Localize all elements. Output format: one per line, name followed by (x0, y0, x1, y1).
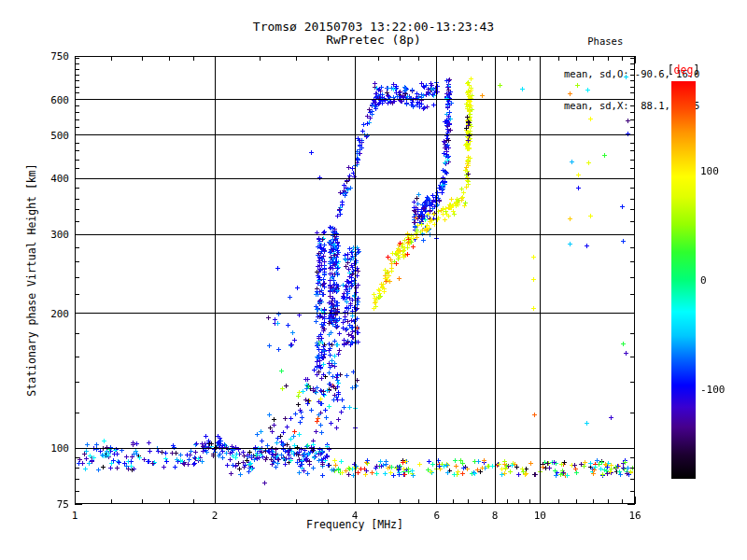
x-tick (495, 497, 496, 504)
y-tick (75, 80, 79, 81)
y-tick (630, 413, 635, 413)
y-tick (627, 313, 635, 314)
x-tick (142, 499, 143, 504)
x-tick-label: 4 (341, 510, 369, 522)
y-tick-label: 750 (26, 50, 69, 63)
ionogram-page: Tromsø 20150703 13:22:00-13:23:43 RwPret… (0, 0, 747, 560)
phase-stats-heading: Phases (564, 36, 699, 48)
y-tick (627, 234, 635, 235)
y-tick-label: 400 (26, 173, 69, 185)
y-axis-title: Stationary phase Virtual Height [km] (25, 163, 38, 396)
y-tick (630, 382, 635, 383)
x-tick (622, 56, 623, 61)
x-tick-label: 10 (526, 510, 554, 522)
x-tick (296, 499, 297, 504)
x-tick (193, 499, 194, 504)
y-tick (75, 69, 79, 70)
colorbar-gradient (671, 81, 696, 479)
y-tick (75, 479, 79, 480)
x-tick (453, 499, 454, 504)
y-tick (627, 99, 635, 100)
x-tick (558, 499, 559, 504)
y-tick (627, 448, 635, 449)
y-tick (75, 143, 79, 144)
y-tick (630, 294, 635, 295)
x-tick (193, 56, 194, 61)
x-tick (169, 56, 170, 61)
x-tick (418, 56, 419, 61)
y-tick (75, 99, 82, 100)
y-tick (75, 105, 79, 106)
y-tick (75, 333, 79, 334)
x-gridline (355, 56, 356, 504)
colorbar-tick-label: 0 (700, 274, 707, 287)
y-tick (75, 313, 82, 314)
colorbar-bracket-open: [ (668, 63, 674, 77)
y-tick-label: 100 (26, 442, 69, 455)
y-tick-label: 500 (26, 130, 69, 142)
x-tick (540, 497, 541, 504)
x-tick (111, 499, 112, 504)
y-tick (75, 56, 82, 57)
x-tick (418, 499, 419, 504)
y-tick (627, 178, 635, 179)
x-tick (355, 56, 356, 63)
y-tick (75, 87, 79, 88)
y-tick (630, 150, 635, 151)
y-tick (75, 188, 79, 189)
x-tick (635, 56, 636, 63)
x-tick (558, 56, 559, 61)
y-tick (630, 105, 635, 106)
y-tick (630, 80, 635, 81)
y-tick (630, 63, 635, 64)
y-tick-label: 600 (26, 94, 69, 106)
x-tick (593, 499, 594, 504)
x-tick-label: 6 (423, 510, 451, 522)
y-tick (75, 75, 79, 76)
y-tick (627, 56, 635, 57)
colorbar-unit-text: deg (674, 63, 694, 77)
y-tick-label: 200 (26, 308, 69, 320)
x-gridline (540, 56, 541, 504)
x-tick (576, 56, 577, 61)
y-tick (630, 209, 635, 210)
x-tick (468, 499, 469, 504)
y-tick (630, 127, 635, 128)
x-tick (75, 56, 76, 63)
x-tick-label: 8 (481, 510, 509, 522)
x-tick (260, 56, 261, 61)
x-gridline (215, 56, 216, 504)
y-tick (630, 58, 635, 59)
x-tick (328, 499, 329, 504)
y-tick (75, 247, 79, 248)
x-tick (576, 499, 577, 504)
x-tick (529, 499, 530, 504)
x-tick (215, 497, 216, 504)
colorbar-unit-label: [deg] (659, 63, 708, 77)
y-tick (75, 209, 79, 210)
y-gridline (75, 134, 635, 135)
colorbar-tick-label: 100 (700, 165, 719, 177)
y-tick (75, 382, 79, 383)
y-tick (75, 504, 82, 505)
x-tick (296, 56, 297, 61)
x-tick (400, 56, 401, 61)
x-tick (111, 56, 112, 61)
y-tick (75, 178, 82, 179)
y-tick (630, 69, 635, 70)
x-tick (328, 56, 329, 61)
y-tick (630, 143, 635, 144)
x-tick (622, 499, 623, 504)
y-tick (75, 160, 79, 161)
x-tick (482, 499, 483, 504)
x-tick-label: 16 (621, 510, 649, 522)
x-tick-label: 2 (201, 510, 229, 522)
x-tick (355, 497, 356, 504)
y-tick (630, 468, 635, 469)
y-tick-label: 300 (26, 229, 69, 241)
x-tick (518, 499, 519, 504)
x-tick (378, 499, 379, 504)
x-tick (169, 499, 170, 504)
y-tick (75, 119, 79, 120)
y-tick (630, 491, 635, 492)
